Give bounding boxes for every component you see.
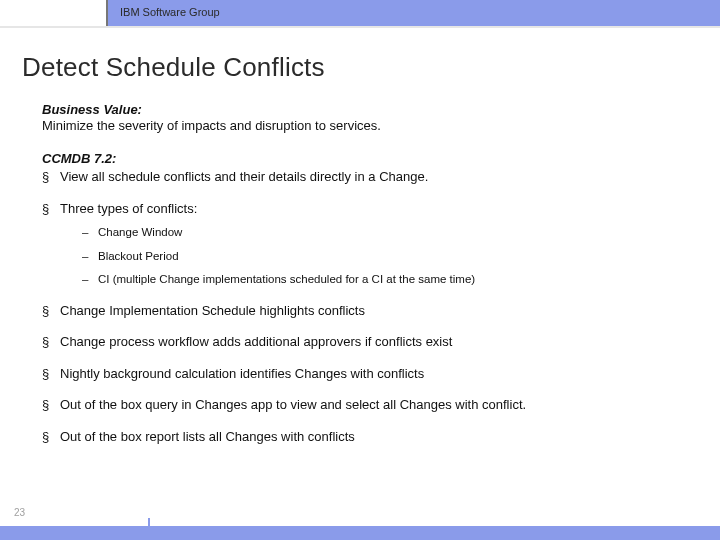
list-item: Nightly background calculation identifie… (42, 365, 700, 383)
footer-tick (148, 518, 150, 526)
list-item: Change process workflow adds additional … (42, 333, 700, 351)
header-group-label: IBM Software Group (120, 6, 220, 18)
business-value-text: Minimize the severity of impacts and dis… (42, 118, 700, 133)
header-band: IBM Software Group (0, 0, 720, 26)
page-number: 23 (14, 507, 25, 518)
list-item-text: Three types of conflicts: (60, 201, 197, 216)
footer-band (0, 526, 720, 540)
header-divider (0, 26, 720, 28)
business-value-label: Business Value: (42, 102, 700, 117)
sub-bullet-list: Change Window Blackout Period CI (multip… (82, 225, 700, 288)
slide-content: Business Value: Minimize the severity of… (42, 102, 700, 459)
bullet-list: View all schedule conflicts and their de… (42, 168, 700, 445)
list-item: Out of the box query in Changes app to v… (42, 396, 700, 414)
list-item: Change Implementation Schedule highlight… (42, 302, 700, 320)
list-item: Blackout Period (82, 249, 700, 265)
list-item: Change Window (82, 225, 700, 241)
list-item: CI (multiple Change implementations sche… (82, 272, 700, 288)
list-item: Out of the box report lists all Changes … (42, 428, 700, 446)
ccmdb-label: CCMDB 7.2: (42, 151, 700, 166)
list-item: View all schedule conflicts and their de… (42, 168, 700, 186)
header-left-block (0, 0, 108, 26)
slide-title: Detect Schedule Conflicts (22, 52, 325, 83)
list-item: Three types of conflicts: Change Window … (42, 200, 700, 288)
